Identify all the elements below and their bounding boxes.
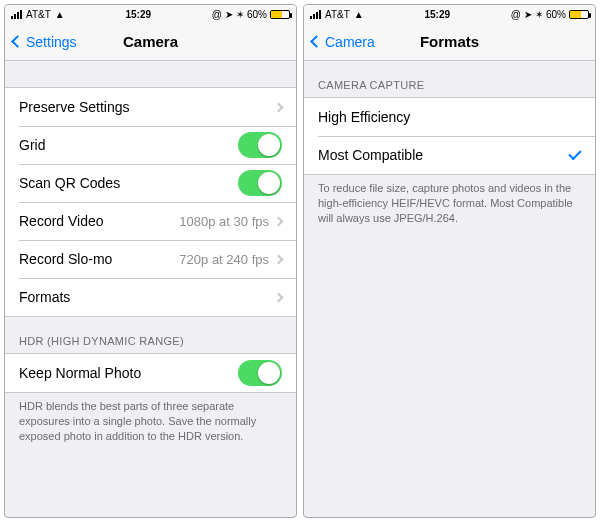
back-label: Camera <box>325 34 375 50</box>
nav-bar: Settings Camera <box>5 23 296 61</box>
back-button[interactable]: Camera <box>312 34 375 50</box>
row-grid[interactable]: Grid <box>5 126 296 164</box>
row-preserve-settings[interactable]: Preserve Settings <box>5 88 296 126</box>
row-detail: 720p at 240 fps <box>179 252 269 267</box>
back-button[interactable]: Settings <box>13 34 77 50</box>
formats-section-footer: To reduce file size, capture photos and … <box>304 175 595 236</box>
row-most-compatible[interactable]: Most Compatible <box>304 136 595 174</box>
location-icon: ➤ <box>225 9 233 20</box>
keep-normal-photo-toggle[interactable] <box>238 360 282 386</box>
row-keep-normal-photo[interactable]: Keep Normal Photo <box>5 354 296 392</box>
clock: 15:29 <box>125 9 151 20</box>
signal-icon <box>310 10 321 19</box>
hdr-section-footer: HDR blends the best parts of three separ… <box>5 393 296 454</box>
row-label: Record Video <box>19 213 179 229</box>
capture-section-header: Camera Capture <box>304 61 595 97</box>
chevron-right-icon <box>274 292 284 302</box>
formats-screen: AT&T ▲ 15:29 @ ➤ ✶ 60% Camera Formats Ca… <box>303 4 596 518</box>
row-label: Most Compatible <box>318 147 569 163</box>
content: Camera Capture High Efficiency Most Comp… <box>304 61 595 517</box>
clock: 15:29 <box>424 9 450 20</box>
wifi-icon: ▲ <box>55 9 65 20</box>
row-formats[interactable]: Formats <box>5 278 296 316</box>
carrier-label: AT&T <box>26 9 51 20</box>
nav-bar: Camera Formats <box>304 23 595 61</box>
row-detail: 1080p at 30 fps <box>179 214 269 229</box>
battery-percent: 60% <box>546 9 566 20</box>
battery-icon <box>270 10 290 19</box>
carrier-label: AT&T <box>325 9 350 20</box>
bluetooth-icon: ✶ <box>236 9 244 20</box>
row-label: Scan QR Codes <box>19 175 238 191</box>
bluetooth-icon: ✶ <box>535 9 543 20</box>
battery-icon <box>569 10 589 19</box>
chevron-right-icon <box>274 102 284 112</box>
hdr-section-header: HDR (High Dynamic Range) <box>5 317 296 353</box>
row-high-efficiency[interactable]: High Efficiency <box>304 98 595 136</box>
back-label: Settings <box>26 34 77 50</box>
grid-toggle[interactable] <box>238 132 282 158</box>
status-bar: AT&T ▲ 15:29 @ ➤ ✶ 60% <box>304 5 595 23</box>
row-record-video[interactable]: Record Video 1080p at 30 fps <box>5 202 296 240</box>
settings-group-hdr: Keep Normal Photo <box>5 353 296 393</box>
location-icon: ➤ <box>524 9 532 20</box>
row-label: Grid <box>19 137 238 153</box>
signal-icon <box>11 10 22 19</box>
content: Preserve Settings Grid Scan QR Codes Rec… <box>5 61 296 517</box>
wifi-icon: ▲ <box>354 9 364 20</box>
row-label: Keep Normal Photo <box>19 365 238 381</box>
row-label: Preserve Settings <box>19 99 275 115</box>
chevron-right-icon <box>274 254 284 264</box>
status-bar: AT&T ▲ 15:29 @ ➤ ✶ 60% <box>5 5 296 23</box>
row-scan-qr[interactable]: Scan QR Codes <box>5 164 296 202</box>
camera-settings-screen: AT&T ▲ 15:29 @ ➤ ✶ 60% Settings Camera P… <box>4 4 297 518</box>
chevron-right-icon <box>274 216 284 226</box>
row-label: High Efficiency <box>318 109 581 125</box>
checkmark-icon <box>568 146 581 159</box>
settings-group-main: Preserve Settings Grid Scan QR Codes Rec… <box>5 87 296 317</box>
battery-percent: 60% <box>247 9 267 20</box>
row-record-slomo[interactable]: Record Slo-mo 720p at 240 fps <box>5 240 296 278</box>
row-label: Formats <box>19 289 275 305</box>
chevron-left-icon <box>11 35 24 48</box>
formats-group: High Efficiency Most Compatible <box>304 97 595 175</box>
orientation-lock-icon: @ <box>511 9 521 20</box>
orientation-lock-icon: @ <box>212 9 222 20</box>
chevron-left-icon <box>310 35 323 48</box>
scan-qr-toggle[interactable] <box>238 170 282 196</box>
row-label: Record Slo-mo <box>19 251 179 267</box>
